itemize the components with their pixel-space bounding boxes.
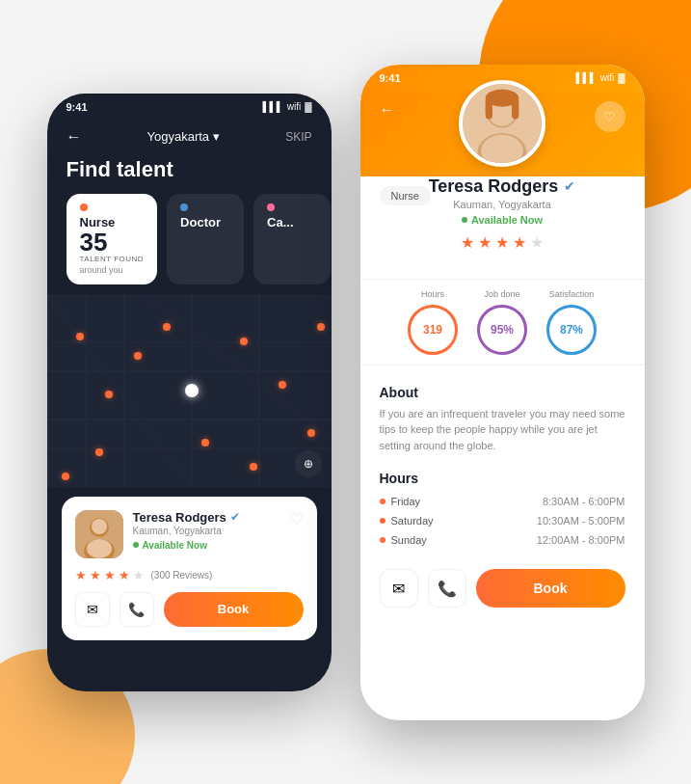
status-icons-right: ▌▌▌ wifi ▓ [575,72,625,83]
current-location-dot [185,384,199,397]
saturday-time: 10:30AM - 5:00PM [537,515,625,527]
right-stars-row: ★ ★ ★ ★ ★ [380,233,625,252]
tab-nurse[interactable]: Nurse 35 TALENT FOUND around you [66,194,158,284]
photo-container-wrapper [360,128,645,167]
right-green-dot [462,217,467,223]
action-buttons-left: ✉ 📞 Book [75,592,304,627]
avatar-left [75,510,123,558]
profile-section-right: Teresa Rodgers ✔ Kauman, Yogyakarta Avai… [360,167,645,269]
phone-left: 9:41 ▌▌▌ wifi ▓ ← Yogyakarta ▾ SKIP Find… [47,94,332,691]
stat-hours: Hours 319 [408,289,458,355]
green-dot-left [133,542,139,548]
stars-row-left: ★ ★ ★ ★ ★ (300 Reviews) [75,568,304,582]
skip-button[interactable]: SKIP [285,130,311,144]
back-button-left[interactable]: ← [66,128,82,146]
book-button-left[interactable]: Book [164,592,304,627]
status-bar-left: 9:41 ▌▌▌ wifi ▓ [47,94,332,121]
satisfaction-value: 87% [560,323,583,337]
time-right: 9:41 [380,72,401,84]
star-1-left: ★ [75,568,87,582]
profile-card-top: Teresa Rodgers ✔ Kauman, Yogyakarta Avai… [75,510,304,558]
map-marker-3 [134,352,142,360]
hours-value: 319 [423,323,442,337]
nurse-badge: Nurse [380,186,431,205]
heart-button-left[interactable]: ♡ [290,510,304,528]
stat-satisfaction: Satisfaction 87% [546,289,597,355]
star-3-left: ★ [104,568,116,582]
satisfaction-circle: 87% [546,305,597,355]
sunday-time: 12:00AM - 8:00PM [537,534,625,546]
right-star-3: ★ [495,233,509,252]
map-marker-11 [62,473,69,480]
right-star-5: ★ [530,233,544,252]
svg-line-9 [144,294,332,439]
hours-title: Hours [380,471,625,486]
friday-label: Friday [391,496,421,507]
caregiver-dot [267,203,275,211]
tab-doctor[interactable]: Doctor [167,194,244,284]
tab-caregiver[interactable]: Ca... [253,194,331,284]
profile-location-left: Kauman, Yogyakarta [133,526,280,536]
star-5-left: ★ [133,568,145,582]
right-availability: Available Now [380,214,625,226]
svg-point-13 [92,519,107,534]
chevron-down-icon: ▾ [213,129,220,144]
map-marker-12 [317,323,325,331]
nurse-talent-label: TALENT FOUND [80,255,145,263]
map-marker-1 [76,333,84,340]
battery-icon-left: ▓ [305,101,311,112]
map-marker-8 [307,429,315,437]
hour-row-saturday: Saturday 10:30AM - 5:00PM [380,511,625,530]
location-selector[interactable]: Yogyakarta ▾ [147,129,221,144]
availability-left: Available Now [133,540,280,551]
hour-row-sunday: Sunday 12:00AM - 8:00PM [380,530,625,550]
compass-icon[interactable]: ⊕ [295,450,322,477]
book-button-right[interactable]: Book [476,569,625,608]
svg-point-14 [87,539,112,558]
jobdone-circle: 95% [477,305,527,355]
reviews-left: (300 Reviews) [151,570,213,581]
stats-row-right: Hours 319 Job done 95% Satisfaction 87% [360,279,645,365]
map-marker-4 [163,323,171,331]
right-verified-icon: ✔ [564,178,575,194]
verified-icon-left: ✔ [230,510,240,524]
caregiver-tab-label: Ca... [267,215,317,230]
map-marker-5 [95,448,103,456]
about-text: If you are an infrequent traveler you ma… [380,406,625,454]
star-2-left: ★ [90,568,101,582]
email-button-right[interactable]: ✉ [380,569,418,608]
profile-photo-right [459,80,545,167]
about-section: About If you are an infrequent traveler … [360,375,645,464]
map-area: ⊕ [47,294,332,487]
map-marker-2 [105,391,113,398]
hours-section: Hours Friday 8:30AM - 6:00PM Saturday 10… [360,463,645,557]
phone-button-right[interactable]: 📞 [428,569,466,608]
hours-label: Hours [408,289,458,299]
satisfaction-label: Satisfaction [546,289,597,299]
back-button-right[interactable]: ← [380,101,395,118]
signal-icon-left: ▌▌▌ [262,101,282,112]
right-profile-name: Teresa Rodgers [429,176,559,197]
doctor-tab-label: Doctor [180,215,230,230]
about-title: About [380,385,625,400]
hour-dot-friday [380,499,385,504]
nurse-around: around you [80,265,145,275]
phone-button-left[interactable]: 📞 [120,592,154,627]
email-button-left[interactable]: ✉ [75,592,110,627]
right-actions: ✉ 📞 Book [360,557,645,619]
status-icons-left: ▌▌▌ wifi ▓ [262,101,311,112]
hour-row-friday: Friday 8:30AM - 6:00PM [380,492,625,511]
profile-card-left: Teresa Rodgers ✔ Kauman, Yogyakarta Avai… [62,497,317,640]
saturday-label: Saturday [391,515,434,527]
friday-time: 8:30AM - 6:00PM [543,496,625,507]
signal-icon-right: ▌▌▌ [575,72,596,83]
battery-icon-right: ▓ [618,72,625,83]
category-tabs: Nurse 35 TALENT FOUND around you Doctor … [47,194,332,284]
right-available-text: Available Now [471,214,543,226]
profile-info-left: Teresa Rodgers ✔ Kauman, Yogyakarta Avai… [133,510,280,551]
wifi-icon-right: wifi [600,72,614,83]
jobdone-value: 95% [491,323,514,337]
star-4-left: ★ [119,568,130,582]
map-marker-9 [201,439,209,446]
available-text-left: Available Now [143,540,207,551]
